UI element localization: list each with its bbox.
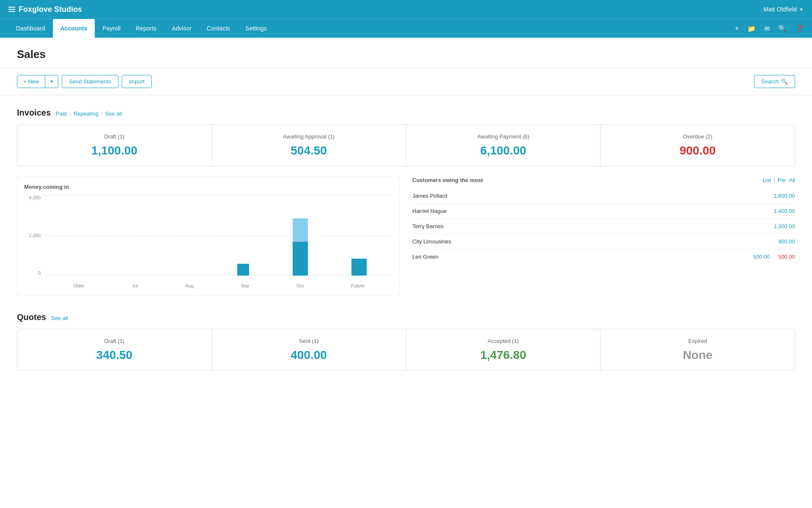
- search-button[interactable]: Search 🔍: [754, 75, 795, 88]
- y-label-4000: 4,000: [29, 195, 41, 200]
- customer-amount-3: 900.00: [778, 238, 795, 245]
- app-logo: Foxglove Studios: [8, 5, 82, 14]
- customer-name-3: City Limousines: [412, 238, 451, 245]
- top-bar-right: Matt Oldfield ▼: [764, 6, 804, 13]
- nav-bar: Dashboard Accounts Payroll Reports Advis…: [0, 19, 812, 38]
- import-button[interactable]: Import: [122, 75, 152, 88]
- quote-card-expired[interactable]: Expired None: [601, 329, 795, 370]
- invoice-approval-value: 504.50: [220, 144, 398, 157]
- customer-row-4: Len Green 500.00 500.00: [412, 249, 795, 264]
- quotes-section-header: Quotes See all: [17, 312, 795, 322]
- invoice-draft-value: 1,100.00: [26, 144, 203, 157]
- invoices-link-paid[interactable]: Paid: [56, 110, 67, 117]
- x-label-aug: Aug: [185, 283, 194, 288]
- toolbar-left: + New ▼ Send Statements Import: [17, 75, 152, 88]
- quote-sent-label: Sent (1): [220, 338, 398, 344]
- invoices-section: Invoices Paid | Repeating | See all Draf…: [17, 108, 795, 295]
- customers-list-view[interactable]: List: [763, 177, 771, 183]
- nav-item-dashboard[interactable]: Dashboard: [8, 19, 53, 38]
- x-label-future: Future: [351, 283, 365, 288]
- customer-row-2: Terry Barnes 1,300.00: [412, 219, 795, 234]
- customers-title: Customers owing the most: [412, 177, 483, 183]
- quote-cards: Draft (1) 340.50 Sent (1) 400.00 Accepte…: [17, 329, 795, 371]
- view-sep: |: [774, 177, 775, 183]
- search-nav-icon[interactable]: 🔍: [778, 25, 787, 33]
- help-icon[interactable]: ❓: [795, 25, 804, 33]
- invoice-draft-label: Draft (1): [26, 133, 203, 140]
- new-button-group: + New ▼: [17, 75, 58, 88]
- customer-amount-1: 1,400.00: [774, 208, 795, 214]
- invoice-payment-label: Awaiting Payment (6): [415, 133, 592, 140]
- invoices-link-see-all[interactable]: See all: [105, 110, 122, 117]
- money-coming-in-chart: Money coming in 4,000 2,000 0: [17, 177, 400, 295]
- page-content: Sales + New ▼ Send Statements Import Sea…: [0, 38, 812, 508]
- nav-item-accounts[interactable]: Accounts: [53, 19, 95, 38]
- customer-name-4: Len Green: [412, 254, 438, 260]
- x-label-jul: Jul: [132, 283, 138, 288]
- customers-view-links: List | Pie: [763, 177, 786, 183]
- add-icon[interactable]: +: [735, 25, 739, 32]
- chart-title: Money coming in: [24, 184, 392, 190]
- invoice-card-awaiting-payment[interactable]: Awaiting Payment (6) 6,100.00: [406, 125, 601, 166]
- bar-oct: [293, 218, 308, 276]
- nav-item-payroll[interactable]: Payroll: [95, 19, 128, 38]
- invoice-approval-label: Awaiting Approval (1): [220, 133, 398, 140]
- customer-row-0: James Pollard 1,600.00: [412, 188, 795, 204]
- chart-col: Money coming in 4,000 2,000 0: [17, 177, 400, 295]
- bar-sep: [237, 264, 249, 276]
- customer-name-2: Terry Barnes: [412, 223, 444, 229]
- quote-draft-label: Draft (1): [26, 338, 203, 344]
- invoice-overdue-value: 900.00: [609, 144, 786, 157]
- company-name: Foxglove Studios: [19, 5, 82, 14]
- invoices-title: Invoices: [17, 108, 51, 118]
- new-button[interactable]: + New: [17, 75, 45, 88]
- invoice-card-awaiting-approval[interactable]: Awaiting Approval (1) 504.50: [212, 125, 406, 166]
- invoice-overdue-label: Overdue (2): [609, 133, 786, 140]
- customer-amount-2: 1,300.00: [774, 223, 795, 229]
- nav-item-contacts[interactable]: Contacts: [199, 19, 238, 38]
- user-name: Matt Oldfield: [764, 6, 797, 13]
- quote-sent-value: 400.00: [220, 348, 398, 362]
- invoice-card-draft[interactable]: Draft (1) 1,100.00: [17, 125, 212, 166]
- nav-item-advisor[interactable]: Advisor: [164, 19, 199, 38]
- quotes-see-all-link[interactable]: See all: [51, 315, 68, 321]
- customer-row-3: City Limousines 900.00: [412, 234, 795, 249]
- new-dropdown-button[interactable]: ▼: [45, 75, 58, 88]
- customer-amounts-0: 1,600.00: [774, 193, 795, 199]
- quote-expired-label: Expired: [609, 338, 786, 344]
- quote-accepted-value: 1,476.80: [415, 348, 592, 362]
- customer-name-0: James Pollard: [412, 193, 447, 199]
- quote-card-sent[interactable]: Sent (1) 400.00: [212, 329, 406, 370]
- customers-owing: Customers owing the most List | Pie All: [412, 177, 795, 264]
- quotes-title: Quotes: [17, 312, 46, 322]
- invoice-card-overdue[interactable]: Overdue (2) 900.00: [601, 125, 795, 166]
- search-icon: 🔍: [781, 78, 788, 85]
- page-title: Sales: [17, 48, 795, 61]
- quote-accepted-label: Accepted (1): [415, 338, 592, 344]
- customer-amount-4: 500.00: [753, 254, 770, 260]
- quote-card-accepted[interactable]: Accepted (1) 1,476.80: [406, 329, 601, 370]
- folder-icon[interactable]: 📁: [747, 25, 756, 33]
- nav-item-settings[interactable]: Settings: [238, 19, 274, 38]
- mail-icon[interactable]: ✉: [764, 25, 770, 33]
- quote-expired-value: None: [609, 348, 786, 362]
- nav-item-reports[interactable]: Reports: [128, 19, 164, 38]
- customers-all-link[interactable]: All: [789, 177, 795, 183]
- customer-amounts-2: 1,300.00: [774, 223, 795, 229]
- invoice-cards: Draft (1) 1,100.00 Awaiting Approval (1)…: [17, 124, 795, 166]
- customer-amount-0: 1,600.00: [774, 193, 795, 199]
- y-label-0: 0: [38, 271, 41, 276]
- invoices-link-repeating[interactable]: Repeating: [74, 110, 99, 117]
- customers-col: Customers owing the most List | Pie All: [412, 177, 795, 295]
- customers-pie-view[interactable]: Pie: [778, 177, 786, 183]
- x-label-oct: Oct: [296, 283, 304, 288]
- bar-future: [351, 259, 367, 276]
- invoices-chart-section: Money coming in 4,000 2,000 0: [17, 177, 795, 295]
- user-dropdown-arrow[interactable]: ▼: [799, 7, 804, 12]
- customer-row-1: Harriet Hague 1,400.00: [412, 204, 795, 219]
- top-bar: Foxglove Studios Matt Oldfield ▼: [0, 0, 812, 19]
- y-label-2000: 2,000: [29, 233, 41, 238]
- send-statements-button[interactable]: Send Statements: [62, 75, 118, 88]
- customer-amounts-4: 500.00 500.00: [753, 254, 795, 260]
- quote-card-draft[interactable]: Draft (1) 340.50: [17, 329, 212, 370]
